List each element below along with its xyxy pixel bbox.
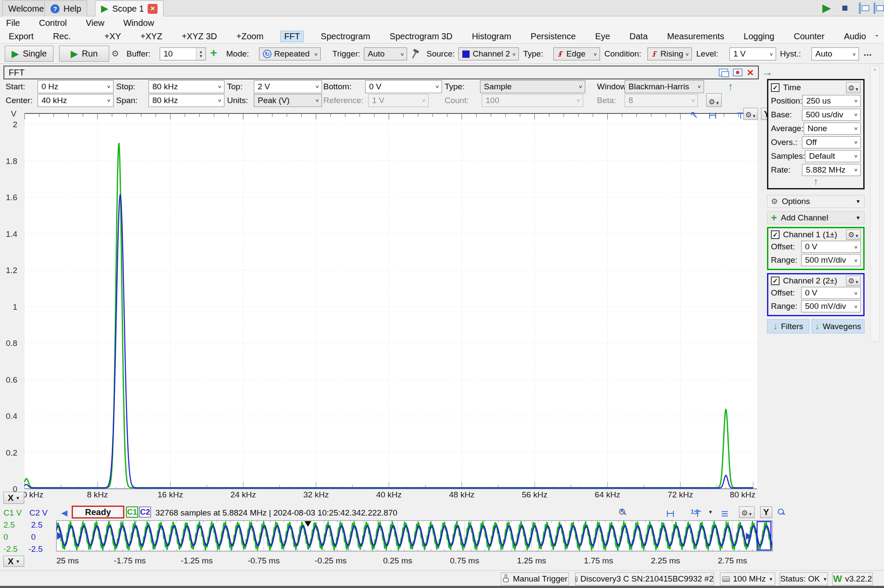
ribbon-spectrogram3d[interactable]: Spectrogram 3D bbox=[387, 31, 455, 42]
fft-type-select[interactable]: Sample∨ bbox=[480, 80, 585, 93]
fft-units-select[interactable]: Peak (V)∨ bbox=[254, 94, 322, 107]
c1-axis-label[interactable]: C1 V bbox=[3, 508, 22, 518]
channel1-gear-button[interactable]: ⚙▼ bbox=[846, 230, 861, 240]
options-row[interactable]: ⚙ Options ▼ bbox=[767, 195, 865, 208]
channel2-gear-button[interactable]: ⚙▼ bbox=[846, 276, 861, 286]
add-channel-button[interactable]: + Add Channel ▼ bbox=[767, 211, 865, 224]
fft-start-select[interactable]: 0 Hz∨ bbox=[38, 80, 114, 93]
back-arrow-icon[interactable]: ◄ bbox=[59, 507, 69, 519]
ribbon-eye[interactable]: Eye bbox=[593, 31, 612, 42]
filters-button[interactable]: ↓ Filters bbox=[767, 319, 809, 333]
window-stop-icon[interactable]: ■ bbox=[842, 2, 848, 14]
c1-badge[interactable]: C1 bbox=[126, 506, 138, 518]
ribbon-audio[interactable]: Audio bbox=[841, 31, 868, 42]
ribbon-fft[interactable]: FFT bbox=[280, 31, 304, 42]
ribbon-spectrogram[interactable]: Spectrogram bbox=[318, 31, 373, 42]
oversampling-select[interactable]: Off∨ bbox=[802, 136, 861, 148]
channel2-offset-select[interactable]: 0 V∨ bbox=[801, 287, 861, 299]
fft-gear-button[interactable]: ⚙▼ bbox=[706, 93, 722, 107]
tab-scope1[interactable]: ▶ Scope 1 × bbox=[95, 0, 164, 16]
hysteresis-select[interactable]: Auto ∨ bbox=[811, 47, 859, 60]
ribbon-logging[interactable]: Logging bbox=[741, 31, 777, 42]
condition-select[interactable]: Rising ∨ bbox=[647, 47, 692, 60]
window-layout-icon[interactable] bbox=[874, 3, 875, 14]
status-ok-button[interactable]: Status: OK ▼ bbox=[780, 572, 828, 585]
window-run-icon[interactable]: ▶ bbox=[822, 2, 831, 13]
scope-preview-plot[interactable]: -2.25 ms-1.75 ms-1.25 ms-0.75 ms-0.25 ms… bbox=[56, 520, 773, 569]
ribbon-measurements[interactable]: Measurements bbox=[665, 31, 727, 42]
ribbon-xyz3d[interactable]: +XYZ 3D bbox=[179, 31, 220, 42]
ribbon-xyz[interactable]: +XYZ bbox=[138, 31, 165, 42]
preview-dropdown-icon[interactable]: ▼ bbox=[708, 509, 713, 515]
channel2-range-select[interactable]: 500 mV/div∨ bbox=[801, 300, 861, 312]
c2-badge[interactable]: C2 bbox=[139, 506, 151, 518]
mode-select[interactable]: ↻ Repeated ∨ bbox=[259, 47, 321, 60]
menu-control[interactable]: Control bbox=[39, 18, 66, 28]
fft-fit-width-icon[interactable] bbox=[709, 113, 716, 119]
time-gear-button[interactable]: ⚙▼ bbox=[846, 82, 861, 93]
trigger-type-select[interactable]: Edge ∨ bbox=[553, 47, 600, 60]
clock-button[interactable]: 100 MHz ▼ bbox=[720, 572, 775, 585]
ribbon-zoom[interactable]: +Zoom bbox=[234, 31, 266, 42]
scroll-up-icon[interactable]: ^ bbox=[871, 66, 879, 74]
rate-select[interactable]: 5.882 MHz∨ bbox=[802, 164, 861, 176]
channel2-checkbox[interactable]: ✓ bbox=[771, 277, 780, 285]
maximize-icon[interactable] bbox=[733, 69, 742, 76]
position-select[interactable]: 250 us∨ bbox=[802, 95, 861, 107]
channel1-range-select[interactable]: 500 mV/div∨ bbox=[801, 254, 861, 266]
source-select[interactable]: Channel 2 ∨ bbox=[458, 47, 519, 60]
fft-plot[interactable]: 21.81.61.41.210.80.60.40.20V0 kHz8 kHz16… bbox=[0, 108, 759, 516]
fft-stop-select[interactable]: 80 kHz∨ bbox=[148, 80, 224, 93]
manual-trigger-hammer-icon[interactable] bbox=[411, 47, 420, 60]
base-select[interactable]: 500 us/div∨ bbox=[802, 109, 861, 121]
channel1-checkbox[interactable]: ✓ bbox=[771, 230, 780, 239]
buffer-stepper[interactable]: 10 ▲▼ bbox=[160, 47, 206, 60]
cursors-12-icon[interactable]: 1,2 bbox=[691, 508, 699, 515]
close-tab-icon[interactable]: × bbox=[148, 4, 158, 14]
manual-trigger-button[interactable]: Manual Trigger bbox=[501, 572, 569, 585]
fft-center-select[interactable]: 40 kHz∨ bbox=[38, 94, 114, 107]
ribbon-export[interactable]: Export bbox=[6, 31, 36, 42]
show-panel-arrow-icon[interactable]: → bbox=[762, 66, 773, 79]
trigger-select[interactable]: Auto ∨ bbox=[364, 47, 407, 60]
samples-select[interactable]: Default∨ bbox=[805, 150, 861, 162]
time-apply-arrow-icon[interactable]: ↑ bbox=[814, 176, 818, 187]
fft-bottom-select[interactable]: 0 V∨ bbox=[365, 80, 442, 93]
version-button[interactable]: W v3.22.2 bbox=[832, 572, 873, 585]
menu-view[interactable]: View bbox=[86, 18, 104, 28]
ribbon-persistence[interactable]: Persistence bbox=[528, 31, 578, 42]
buffer-spin-icons[interactable]: ▲▼ bbox=[196, 48, 205, 60]
undock-icon[interactable] bbox=[719, 69, 728, 76]
tab-help[interactable]: ? Help bbox=[44, 0, 87, 16]
menu-window[interactable]: Window bbox=[123, 18, 154, 28]
fft-cursor-icon[interactable]: ↖ bbox=[690, 109, 698, 121]
window-arrange-icon[interactable] bbox=[859, 3, 861, 14]
channel1-offset-select[interactable]: 0 V∨ bbox=[801, 241, 861, 253]
run-button[interactable]: ▶ Run bbox=[59, 46, 109, 62]
wavegens-button[interactable]: ↓ Wavegens bbox=[811, 319, 865, 333]
add-mode-icon[interactable]: + bbox=[210, 47, 217, 60]
device-button[interactable]: Discovery3 C SN:210415BC9932 #2 bbox=[575, 572, 714, 585]
fft-plot-gear-button[interactable]: ⚙▼ bbox=[743, 108, 758, 120]
zoom-in-icon[interactable] bbox=[777, 508, 785, 516]
collapse-ribbon-icon[interactable]: - bbox=[875, 30, 878, 40]
apply-up-arrow-icon[interactable]: ↑ bbox=[728, 80, 733, 93]
preview-cursor-icon[interactable]: ↖ bbox=[619, 506, 627, 518]
menu-file[interactable]: File bbox=[6, 18, 20, 28]
fft-x-axis-button[interactable]: X▼ bbox=[3, 492, 24, 504]
ribbon-rec[interactable]: Rec. bbox=[51, 31, 73, 42]
preview-gear-button[interactable]: ⚙▼ bbox=[739, 506, 755, 518]
c2-axis-label[interactable]: C2 V bbox=[29, 508, 47, 518]
average-select[interactable]: None∨ bbox=[804, 123, 861, 135]
preview-x-axis-button[interactable]: X▼ bbox=[3, 556, 24, 567]
time-checkbox[interactable]: ✓ bbox=[771, 83, 780, 92]
preview-fit-width-icon[interactable] bbox=[667, 511, 674, 517]
level-select[interactable]: 1 V ∨ bbox=[729, 47, 776, 60]
more-options-icon[interactable]: … bbox=[863, 48, 872, 58]
fft-window-select[interactable]: Blackman-Harris∨ bbox=[625, 80, 704, 93]
preview-y-axis-button[interactable]: Y bbox=[760, 506, 772, 518]
single-button[interactable]: ▶ Single bbox=[5, 46, 54, 62]
close-fft-icon[interactable]: × bbox=[747, 67, 754, 78]
ribbon-data[interactable]: Data bbox=[627, 31, 650, 42]
ribbon-xy[interactable]: +XY bbox=[102, 31, 123, 42]
